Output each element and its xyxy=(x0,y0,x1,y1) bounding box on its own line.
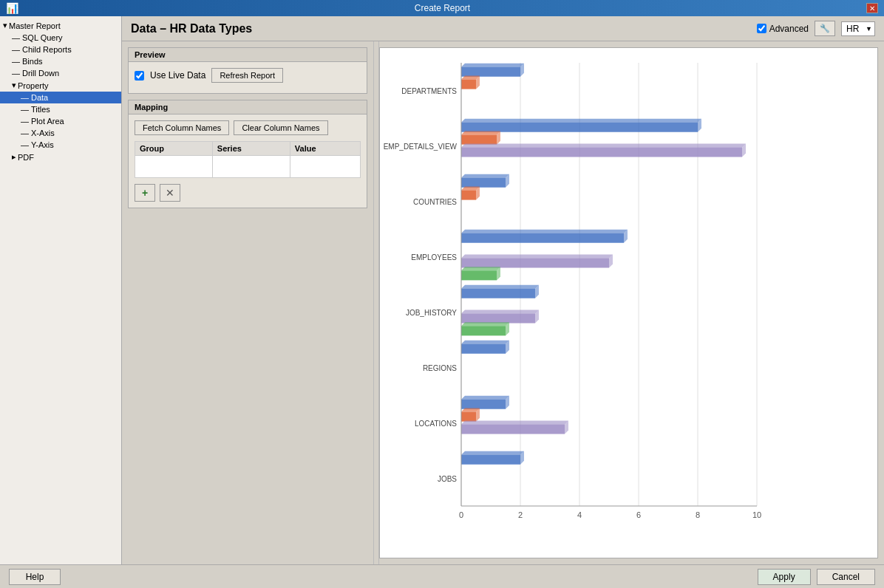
sidebar-item-plot-area[interactable]: —Plot Area xyxy=(0,115,121,127)
svg-text:REGIONS: REGIONS xyxy=(423,364,457,372)
refresh-button[interactable]: Refresh Report xyxy=(211,68,283,83)
leaf-icon: — xyxy=(12,57,21,66)
sidebar-item-label: Child Reports xyxy=(22,45,72,54)
svg-marker-72 xyxy=(461,451,524,455)
sidebar-item-master-report[interactable]: ▾Master Report xyxy=(0,19,121,32)
sidebar-item-label: Plot Area xyxy=(31,117,64,126)
svg-rect-57 xyxy=(461,344,506,354)
svg-rect-26 xyxy=(461,147,742,157)
sidebar-item-label: X-Axis xyxy=(31,129,55,137)
leaf-icon: — xyxy=(21,93,30,102)
svg-marker-38 xyxy=(461,230,628,233)
advanced-check[interactable]: Advanced xyxy=(757,24,809,34)
toolbar-icon: 🔧 xyxy=(820,24,830,33)
schema-select-wrap[interactable]: HR xyxy=(841,21,875,36)
svg-marker-68 xyxy=(461,420,568,424)
title-bar-icon: 📊 xyxy=(6,2,18,14)
sidebar-item-property[interactable]: ▾Property xyxy=(0,79,121,92)
svg-rect-67 xyxy=(461,424,565,434)
svg-text:EMPLOYEES: EMPLOYEES xyxy=(411,253,457,261)
sidebar-item-drill-down[interactable]: —Drill Down xyxy=(0,67,121,79)
sidebar: ▾Master Report—SQL Query—Child Reports—B… xyxy=(0,16,122,564)
mapping-content: Fetch Column Names Clear Column Names Gr… xyxy=(129,114,367,208)
sidebar-item-sql-query[interactable]: —SQL Query xyxy=(0,32,121,44)
svg-text:LOCATIONS: LOCATIONS xyxy=(415,420,457,428)
fetch-column-names-button[interactable]: Fetch Column Names xyxy=(135,120,229,135)
svg-rect-13 xyxy=(461,67,520,77)
svg-marker-41 xyxy=(461,254,613,258)
sidebar-item-label: PDF xyxy=(18,153,34,162)
svg-marker-14 xyxy=(461,64,524,67)
svg-rect-40 xyxy=(461,258,609,267)
leaf-icon: — xyxy=(21,117,30,126)
svg-marker-24 xyxy=(461,131,500,135)
svg-text:DEPARTMENTS: DEPARTMENTS xyxy=(401,87,457,95)
sidebar-item-binds[interactable]: —Binds xyxy=(0,55,121,67)
svg-rect-53 xyxy=(461,326,506,335)
svg-rect-23 xyxy=(461,135,497,145)
remove-row-button[interactable]: ✕ xyxy=(160,184,180,202)
clear-column-names-button[interactable]: Clear Column Names xyxy=(234,120,327,135)
sidebar-item-child-reports[interactable]: —Child Reports xyxy=(0,44,121,55)
header-bar: Data – HR Data Types Advanced 🔧 HR xyxy=(122,16,884,41)
action-buttons: Apply Cancel xyxy=(758,569,875,585)
expand-icon: ▾ xyxy=(3,21,7,30)
main-container: ▾Master Report—SQL Query—Child Reports—B… xyxy=(0,16,884,588)
schema-select[interactable]: HR xyxy=(841,21,875,36)
content-area: ▾Master Report—SQL Query—Child Reports—B… xyxy=(0,16,884,564)
sidebar-item-data[interactable]: —Data xyxy=(0,92,121,103)
help-button[interactable]: Help xyxy=(9,569,61,585)
col-value: Value xyxy=(290,142,360,156)
svg-rect-47 xyxy=(461,289,535,298)
split-area: Preview Use Live Data Refresh Report Map… xyxy=(122,41,884,564)
chart-scroll[interactable]: 0246810DEPARTMENTSEMP_DETAILS_VIEWCOUNTR… xyxy=(380,48,877,558)
svg-text:4: 4 xyxy=(577,510,582,519)
svg-marker-27 xyxy=(461,143,746,147)
svg-text:2: 2 xyxy=(518,510,523,519)
svg-marker-21 xyxy=(461,119,701,123)
use-live-row: Use Live Data Refresh Report xyxy=(135,68,361,83)
svg-rect-50 xyxy=(461,313,535,323)
preview-header: Preview xyxy=(129,48,367,62)
expand-icon: ▸ xyxy=(12,152,16,162)
svg-rect-16 xyxy=(461,80,476,89)
chart-area: 0246810DEPARTMENTSEMP_DETAILS_VIEWCOUNTR… xyxy=(379,47,878,558)
svg-rect-43 xyxy=(461,270,497,280)
leaf-icon: — xyxy=(12,45,21,54)
chart-svg: 0246810DEPARTMENTSEMP_DETAILS_VIEWCOUNTR… xyxy=(380,48,772,550)
sidebar-item-pdf[interactable]: ▸PDF xyxy=(0,151,121,163)
svg-rect-30 xyxy=(461,178,506,188)
sidebar-item-x-axis[interactable]: —X-Axis xyxy=(0,127,121,139)
close-button[interactable]: ✕ xyxy=(866,3,878,13)
toolbar-icon-btn[interactable]: 🔧 xyxy=(815,21,835,36)
svg-text:EMP_DETAILS_VIEW: EMP_DETAILS_VIEW xyxy=(384,143,458,151)
mapping-buttons: Fetch Column Names Clear Column Names xyxy=(135,120,361,135)
add-row-button[interactable]: + xyxy=(135,184,155,202)
svg-text:JOB_HISTORY: JOB_HISTORY xyxy=(406,309,457,317)
sidebar-item-titles[interactable]: —Titles xyxy=(0,103,121,115)
svg-marker-48 xyxy=(461,285,539,289)
apply-button[interactable]: Apply xyxy=(758,569,811,585)
svg-text:0: 0 xyxy=(459,510,463,519)
splitter[interactable] xyxy=(373,41,379,564)
svg-rect-37 xyxy=(461,233,624,243)
page-title: Data – HR Data Types xyxy=(131,22,751,35)
svg-marker-58 xyxy=(461,341,509,344)
sidebar-item-label: SQL Query xyxy=(22,33,63,42)
svg-rect-71 xyxy=(461,455,520,465)
use-live-data-checkbox[interactable] xyxy=(135,71,144,81)
svg-rect-20 xyxy=(461,123,698,132)
cancel-button[interactable]: Cancel xyxy=(817,569,875,585)
sidebar-item-label: Binds xyxy=(22,57,43,66)
sidebar-item-y-axis[interactable]: —Y-Axis xyxy=(0,139,121,151)
col-series: Series xyxy=(212,142,290,156)
svg-text:COUNTRIES: COUNTRIES xyxy=(413,198,457,206)
leaf-icon: — xyxy=(21,105,30,114)
sidebar-item-label: Titles xyxy=(31,105,50,114)
bottom-bar: Help Apply Cancel xyxy=(0,564,884,588)
mapping-section: Mapping Fetch Column Names Clear Column … xyxy=(128,100,367,208)
mapping-header: Mapping xyxy=(129,100,367,114)
title-bar: 📊 Create Report ✕ xyxy=(0,0,884,16)
advanced-checkbox[interactable] xyxy=(757,24,766,33)
sidebar-item-label: Master Report xyxy=(9,21,61,30)
